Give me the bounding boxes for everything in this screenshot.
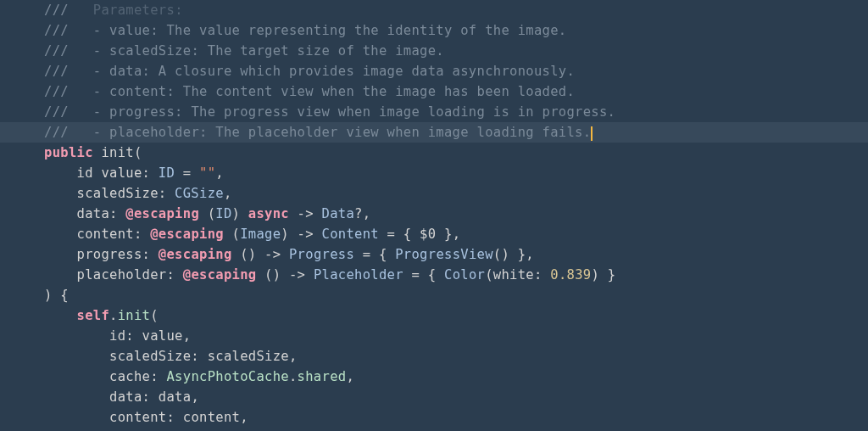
- code-line: /// - scaledSize: The target size of the…: [0, 41, 868, 61]
- code-line: /// Parameters:: [0, 0, 868, 20]
- keyword-self: self: [44, 308, 109, 323]
- property-shared: shared: [298, 369, 347, 384]
- code-line: content: @escaping (Image) -> Content = …: [0, 224, 868, 244]
- type-asyncphotocache: AsyncPhotoCache: [166, 369, 288, 384]
- code-line: public init(: [0, 143, 868, 163]
- type-image: Image: [240, 227, 281, 242]
- code-line: content: content,: [0, 407, 868, 428]
- code-line: data: data,: [0, 387, 868, 407]
- type-color: Color: [444, 267, 485, 283]
- doc-comment: /// - scaledSize: The target size of the…: [44, 43, 444, 59]
- type-content: Content: [322, 227, 379, 242]
- code-line: progress: progress,: [0, 428, 868, 431]
- code-line: scaledSize: CGSize,: [0, 183, 868, 204]
- code-editor[interactable]: /// Parameters: /// - value: The value r…: [0, 0, 868, 431]
- number-literal: 0.839: [550, 267, 591, 283]
- keyword-escaping: @escaping: [150, 227, 224, 242]
- keyword-escaping: @escaping: [183, 267, 257, 283]
- code-line-active: /// - placeholder: The placeholder view …: [0, 122, 868, 143]
- doc-comment: /// - data: A closure which provides ima…: [44, 64, 575, 79]
- code-line: progress: @escaping () -> Progress = { P…: [0, 244, 868, 265]
- doc-comment: /// - value: The value representing the …: [44, 23, 566, 38]
- code-line: /// - progress: The progress view when i…: [0, 102, 868, 122]
- code-line: /// - data: A closure which provides ima…: [0, 61, 868, 81]
- doc-comment: /// Parameters:: [44, 3, 183, 18]
- code-line: /// - value: The value representing the …: [0, 20, 868, 41]
- type-cgsize: CGSize: [175, 186, 224, 201]
- keyword-escaping: @escaping: [159, 247, 232, 262]
- string-literal: "": [199, 165, 215, 181]
- code-line: scaledSize: scaledSize,: [0, 346, 868, 367]
- type-progressview: ProgressView: [395, 247, 493, 262]
- code-line: placeholder: @escaping () -> Placeholder…: [0, 265, 868, 285]
- type-placeholder: Placeholder: [314, 267, 403, 283]
- doc-comment: /// - progress: The progress view when i…: [44, 104, 615, 120]
- keyword-public: public: [44, 145, 93, 160]
- type-data: Data: [322, 206, 355, 221]
- code-line: ) {: [0, 285, 868, 305]
- code-line: id: value,: [0, 326, 868, 346]
- keyword-async: async: [248, 206, 289, 221]
- code-line: data: @escaping (ID) async -> Data?,: [0, 204, 868, 224]
- doc-comment: /// - content: The content view when the…: [44, 84, 575, 99]
- doc-comment: /// - placeholder: The placeholder view …: [44, 125, 591, 140]
- keyword-escaping: @escaping: [125, 206, 199, 221]
- text-cursor: [591, 126, 593, 141]
- method-init: init: [118, 308, 151, 323]
- code-line: id value: ID = "",: [0, 163, 868, 183]
- type-progress: Progress: [289, 247, 354, 262]
- type-id: ID: [159, 165, 175, 181]
- code-line: cache: AsyncPhotoCache.shared,: [0, 367, 868, 387]
- code-line: self.init(: [0, 305, 868, 326]
- code-line: /// - content: The content view when the…: [0, 81, 868, 102]
- type-id: ID: [215, 206, 231, 221]
